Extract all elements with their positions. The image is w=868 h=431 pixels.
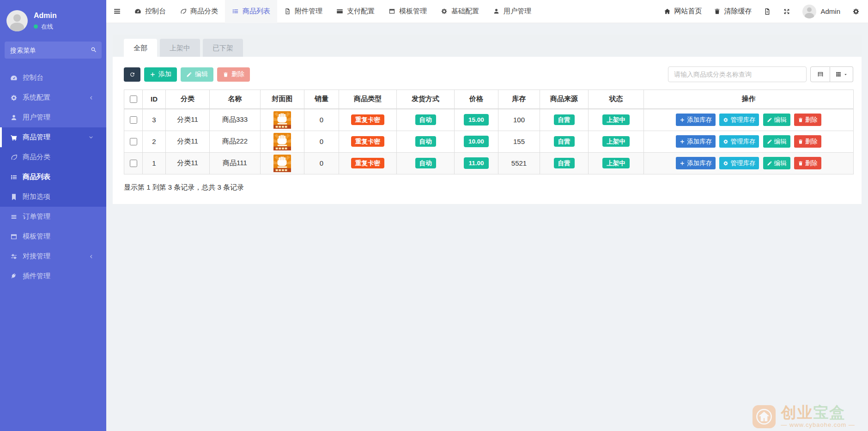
cover-image [273, 133, 291, 150]
add-button-label: 添加 [158, 70, 171, 78]
pencil-icon [186, 72, 192, 78]
table-view-icon [817, 71, 824, 78]
topnav-label: 附件管理 [295, 7, 322, 16]
row-checkbox[interactable] [130, 160, 137, 167]
clear-cache-link[interactable]: 清除缓存 [714, 7, 752, 16]
cell-stock: 100 [498, 109, 540, 131]
select-all-checkbox[interactable] [130, 96, 137, 103]
settings-button[interactable] [852, 8, 860, 15]
header-type: 商品类型 [339, 90, 397, 109]
columns-dropdown-button[interactable] [830, 66, 853, 82]
delete-button[interactable]: 删除 [217, 67, 250, 82]
edit-button[interactable]: 编辑 [181, 67, 213, 82]
expand-icon [783, 8, 790, 15]
content-area: 全部 上架中 已下架 添加 [106, 23, 868, 431]
add-stock-button[interactable]: 添加库存 [676, 114, 716, 126]
record-summary: 显示第 1 到第 3 条记录，总共 3 条记录 [124, 183, 853, 192]
topnav-label: 模板管理 [399, 7, 427, 16]
refresh-button[interactable] [124, 67, 140, 82]
tab-on-sale[interactable]: 上架中 [160, 39, 200, 57]
cell-cover [261, 152, 304, 174]
cell-source: 自营 [540, 152, 589, 174]
sidebar-item-goods-list[interactable]: 商品列表 [0, 167, 106, 187]
tab-all[interactable]: 全部 [124, 39, 157, 57]
price-badge: 10.00 [464, 136, 489, 147]
edit-row-button[interactable]: 编辑 [763, 114, 790, 126]
watermark-logo-icon [753, 405, 776, 428]
topbar-user-menu[interactable]: Admin [802, 5, 840, 18]
document-button[interactable] [764, 8, 771, 15]
delete-row-button[interactable]: 删除 [794, 135, 821, 148]
site-home-link[interactable]: 网站首页 [664, 7, 702, 16]
refresh-icon [129, 72, 135, 78]
edit-button-label: 编辑 [195, 70, 208, 78]
topnav-goods-category[interactable]: 商品分类 [173, 0, 225, 23]
topnav-template-mgmt[interactable]: 模板管理 [382, 0, 434, 23]
manage-stock-button[interactable]: 管理库存 [719, 114, 759, 126]
bookmark-icon [10, 193, 18, 201]
cell-category: 分类11 [166, 109, 210, 131]
add-button[interactable]: 添加 [144, 67, 177, 82]
document-icon [764, 8, 771, 15]
sidebar-item-plugin-mgmt[interactable]: 插件管理 [0, 266, 106, 286]
edit-row-button[interactable]: 编辑 [763, 135, 790, 148]
sidebar-item-system-config[interactable]: 系统配置 [0, 88, 106, 108]
sidebar-item-template-mgmt[interactable]: 模板管理 [0, 227, 106, 246]
avatar [802, 5, 816, 18]
cell-name: 商品333 [210, 109, 261, 131]
edit-row-button[interactable]: 编辑 [763, 157, 790, 169]
table-toolbar: 添加 编辑 删除 [124, 66, 853, 82]
view-toggle-group [810, 66, 853, 82]
topnav-payment-config[interactable]: 支付配置 [329, 0, 382, 23]
type-badge: 重复卡密 [351, 136, 384, 147]
sidebar-item-label: 对接管理 [23, 252, 50, 261]
sidebar-item-goods-mgmt[interactable]: 商品管理 [0, 127, 106, 147]
delete-row-button[interactable]: 删除 [794, 157, 821, 169]
add-stock-button[interactable]: 添加库存 [676, 157, 716, 169]
cell-price: 10.00 [455, 131, 498, 152]
cell-status: 上架中 [589, 109, 644, 131]
row-checkbox[interactable] [130, 138, 137, 145]
plus-icon [150, 72, 156, 78]
site-home-label: 网站首页 [674, 7, 702, 16]
pencil-icon [767, 161, 772, 166]
toggle-view-button[interactable] [810, 66, 830, 82]
tab-off-sale[interactable]: 已下架 [203, 39, 243, 57]
sidebar-item-extra-options[interactable]: 附加选项 [0, 187, 106, 207]
sidebar-user-panel: Admin 在线 [0, 0, 106, 40]
cell-delivery: 自动 [397, 131, 455, 152]
row-checkbox[interactable] [130, 116, 137, 124]
gear-icon [723, 139, 728, 144]
topnav-base-config[interactable]: 基础配置 [434, 0, 486, 23]
header-delivery: 发货方式 [397, 90, 455, 109]
list-icon [10, 174, 18, 181]
manage-stock-button[interactable]: 管理库存 [719, 157, 759, 169]
delete-row-button[interactable]: 删除 [794, 114, 821, 126]
sidebar-item-user-mgmt[interactable]: 用户管理 [0, 108, 106, 127]
topnav-label: 商品列表 [243, 7, 270, 16]
sidebar-item-order-mgmt[interactable]: 订单管理 [0, 207, 106, 227]
cell-price: 11.00 [455, 152, 498, 174]
manage-stock-button[interactable]: 管理库存 [719, 135, 759, 148]
trash-icon [714, 8, 721, 15]
header-select-all [124, 90, 143, 109]
sidebar-search-input[interactable] [5, 42, 102, 59]
topnav-user-mgmt[interactable]: 用户管理 [486, 0, 538, 23]
sidebar-toggle-button[interactable] [106, 0, 127, 23]
topnav-console[interactable]: 控制台 [127, 0, 173, 23]
topnav-attachment-mgmt[interactable]: 附件管理 [277, 0, 329, 23]
sidebar-item-api-mgmt[interactable]: 对接管理 [0, 246, 106, 266]
trash-icon [798, 139, 803, 144]
topnav-label: 支付配置 [347, 7, 375, 16]
sidebar-item-label: 插件管理 [23, 272, 50, 281]
goods-search-input[interactable] [668, 66, 807, 82]
sidebar-item-console[interactable]: 控制台 [0, 68, 106, 88]
gauge-icon [134, 8, 141, 15]
topnav-goods-list[interactable]: 商品列表 [225, 0, 277, 23]
price-badge: 11.00 [464, 157, 488, 169]
cell-source: 自营 [540, 109, 589, 131]
sidebar-item-goods-category[interactable]: 商品分类 [0, 147, 106, 167]
fullscreen-button[interactable] [783, 8, 790, 15]
add-stock-button[interactable]: 添加库存 [676, 135, 716, 148]
topnav-label: 控制台 [145, 7, 166, 16]
